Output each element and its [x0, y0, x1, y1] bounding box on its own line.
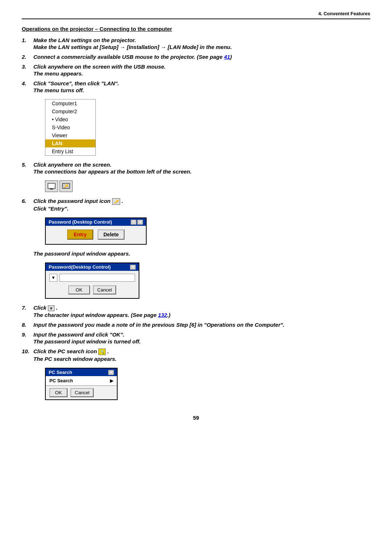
page-number: 59 — [22, 415, 370, 421]
step-7-sub: The character input window appears. (See… — [33, 312, 370, 318]
dialog2-close-btn[interactable]: ✕ — [130, 265, 136, 270]
pc-search-body: PC Search ▶ — [46, 376, 117, 386]
dialog2-controls: ✕ — [130, 265, 136, 270]
svg-rect-1 — [50, 188, 53, 189]
pc-search-titlebar: PC Search ✕ — [46, 368, 117, 376]
page-header: 4. Convenient Features — [22, 11, 370, 19]
step-10-period: . — [107, 348, 109, 354]
page-132-link[interactable]: 132 — [158, 312, 167, 318]
step-1-main: Make the LAN settings on the projector. — [33, 37, 370, 43]
step-10: Click the PC search icon 🔍 . The PC sear… — [22, 348, 370, 400]
pc-search-row[interactable]: PC Search ▶ — [46, 376, 117, 386]
step-6-prefix: Click the password input icon — [33, 198, 112, 204]
password-cancel-button[interactable]: Cancel — [93, 285, 116, 294]
pc-search-arrow-icon: ▶ — [110, 378, 113, 383]
source-menu-entry-list: Entry List — [45, 147, 95, 155]
pc-search-close-btn[interactable]: ✕ — [108, 370, 114, 375]
password-dialog2: Password(Desktop Control) ✕ ▼ OK Cancel — [45, 262, 139, 299]
password-dialog2-title: Password(Desktop Control) — [49, 264, 111, 270]
pc-search-row-label: PC Search — [49, 378, 73, 383]
password-ok-button[interactable]: OK — [68, 285, 90, 294]
pc-search-buttons: OK Cancel — [46, 386, 117, 399]
password-dropdown[interactable]: ▼ — [49, 274, 57, 282]
source-menu-video: • Video — [45, 115, 95, 123]
step-9: Input the password and click "OK". The p… — [22, 331, 370, 345]
password-text-field[interactable] — [60, 274, 135, 282]
step-8-main: Input the password you made a note of in… — [33, 322, 370, 328]
source-menu-computer1: Computer1 — [45, 99, 95, 107]
step-2-main: Connect a commercially available USB mou… — [33, 54, 232, 60]
connection-bar-figure: 🔑 — [45, 180, 370, 192]
password-dialog2-figure: Password(Desktop Control) ✕ ▼ OK Cancel — [45, 262, 370, 299]
step-7-main: Click ▼ . — [33, 305, 370, 311]
steps-list: Make the LAN settings on the projector. … — [22, 37, 370, 400]
step-9-main: Input the password and click "OK". — [33, 331, 370, 338]
password-input-icon-inline: 🔑 — [112, 198, 120, 205]
password-dialog1-figure: Password (Desktop Control) ? ✕ Entry Del… — [45, 217, 370, 245]
step-10-sub: The PC search window appears. — [33, 356, 370, 362]
step-6-sub2: The password input window appears. — [33, 250, 370, 257]
pc-search-cancel-button[interactable]: Cancel — [70, 388, 94, 397]
step-10-prefix: Click the PC search icon — [33, 348, 98, 354]
dialog1-help-btn[interactable]: ? — [131, 220, 136, 225]
step-3: Click anywhere on the screen with the US… — [22, 64, 370, 77]
click-icon-inline: ▼ — [48, 305, 54, 311]
step-6: Click the password input icon 🔑 . Click … — [22, 198, 370, 299]
step-8: Input the password you made a note of in… — [22, 322, 370, 328]
source-menu-lan: LAN — [45, 139, 95, 147]
password-dialog2-titlebar: Password(Desktop Control) ✕ — [46, 263, 139, 271]
pc-search-icon-inline: 🔍 — [98, 349, 106, 355]
password-dialog1-buttons: Entry Delete — [51, 229, 141, 240]
password-dialog2-buttons: OK Cancel — [49, 285, 135, 294]
step-1-sub: Make the LAN settings at [Setup] → [Inst… — [33, 44, 370, 50]
source-menu-figure: Computer1 Computer2 • Video S-Video View… — [45, 99, 370, 156]
step-7-prefix: Click — [33, 305, 48, 311]
conn-icon-password[interactable]: 🔑 — [60, 180, 73, 192]
source-menu-svideo: S-Video — [45, 123, 95, 131]
source-menu-computer2: Computer2 — [45, 107, 95, 115]
step-5: Click anywhere on the screen. The connec… — [22, 162, 370, 192]
step-2: Connect a commercially available USB mou… — [22, 54, 370, 60]
step-4-main: Click "Source", then click "LAN". — [33, 80, 370, 86]
step-7: Click ▼ . The character input window app… — [22, 305, 370, 318]
dialog1-close-btn[interactable]: ✕ — [137, 220, 143, 225]
pc-search-title: PC Search — [49, 370, 72, 375]
section-title: Operations on the projector – Connecting… — [22, 26, 370, 32]
pc-search-figure: PC Search ✕ PC Search ▶ OK Cancel — [45, 368, 370, 400]
page-41-link[interactable]: 41 — [224, 54, 230, 60]
source-menu-viewer: Viewer — [45, 131, 95, 139]
step-6-sub: Click "Entry". — [33, 205, 370, 212]
entry-button[interactable]: Entry — [67, 229, 93, 240]
password-dialog1-body: Entry Delete — [46, 226, 146, 244]
pc-search-ok-button[interactable]: OK — [49, 388, 68, 397]
conn-icon-display — [45, 180, 58, 192]
pc-search-dialog: PC Search ✕ PC Search ▶ OK Cancel — [45, 368, 118, 400]
step-3-sub: The menu appears. — [33, 70, 370, 77]
svg-text:🔑: 🔑 — [64, 184, 69, 188]
step-4: Click "Source", then click "LAN". The me… — [22, 80, 370, 156]
svg-rect-0 — [48, 183, 55, 188]
password-dialog1-title: Password (Desktop Control) — [49, 219, 112, 225]
password-input-row: ▼ — [49, 274, 135, 282]
step-1: Make the LAN settings on the projector. … — [22, 37, 370, 50]
connection-bar: 🔑 — [45, 180, 370, 192]
delete-button[interactable]: Delete — [98, 229, 124, 240]
password-dialog1: Password (Desktop Control) ? ✕ Entry Del… — [45, 217, 147, 245]
step-10-main: Click the PC search icon 🔍 . — [33, 348, 370, 355]
step-5-sub: The connections bar appears at the botto… — [33, 168, 370, 175]
step-9-sub: The password input window is turned off. — [33, 338, 370, 345]
svg-rect-2 — [49, 189, 54, 190]
step-6-main: Click the password input icon 🔑 . — [33, 198, 370, 205]
step-6-period: . — [122, 198, 123, 204]
step-4-sub: The menu turns off. — [33, 87, 370, 93]
step-7-period: . — [56, 305, 57, 311]
source-menu: Computer1 Computer2 • Video S-Video View… — [45, 99, 96, 156]
dialog1-controls: ? ✕ — [131, 220, 143, 225]
step-3-main: Click anywhere on the screen with the US… — [33, 64, 370, 70]
password-dialog2-body: ▼ OK Cancel — [46, 271, 139, 298]
password-dialog1-titlebar: Password (Desktop Control) ? ✕ — [46, 218, 146, 226]
step-5-main: Click anywhere on the screen. — [33, 162, 370, 168]
